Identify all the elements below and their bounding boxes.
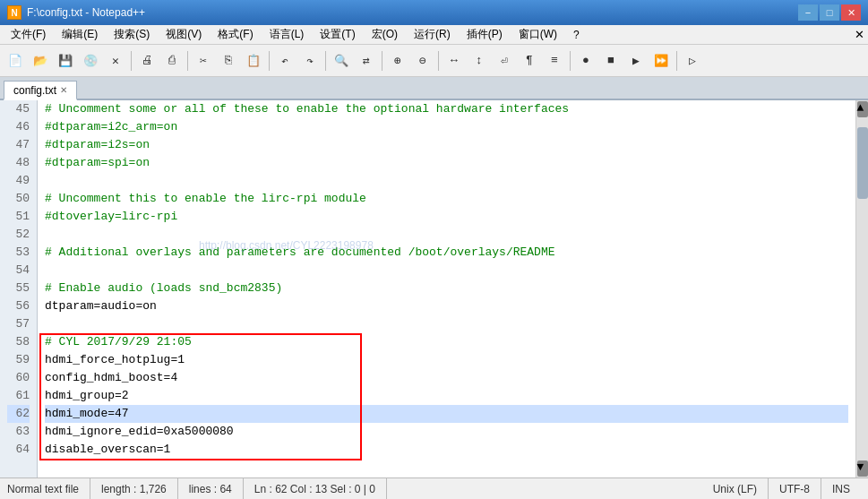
- code-line-52: [45, 226, 848, 244]
- status-lines: lines : 64: [178, 478, 244, 499]
- scrollbar-vertical[interactable]: ▲ ▼: [855, 100, 868, 477]
- menu-window[interactable]: 窗口(W): [511, 25, 564, 44]
- code-line-62: hdmi_mode=47: [45, 405, 848, 423]
- code-line-51: #dtoverlay=lirc-rpi: [45, 208, 848, 226]
- new-button[interactable]: 📄: [4, 49, 27, 73]
- sep6: [438, 51, 439, 71]
- copy-button[interactable]: ⎘: [217, 49, 240, 73]
- redo-button[interactable]: ↷: [298, 49, 322, 73]
- line-numbers: 4546474849505152535455565758596061626364: [0, 100, 38, 477]
- code-line-45: # Uncomment some or all of these to enab…: [45, 100, 848, 118]
- status-file-type: Normal text file: [7, 478, 90, 499]
- tab-config[interactable]: config.txt ✕: [4, 81, 77, 100]
- scroll-arrow-down[interactable]: ▼: [857, 460, 868, 477]
- sync-h-button[interactable]: ↔: [443, 49, 466, 73]
- menu-edit[interactable]: 编辑(E): [55, 25, 105, 44]
- code-line-60: config_hdmi_boost=4: [45, 369, 848, 387]
- macro-run-button[interactable]: ⏩: [649, 49, 673, 73]
- menu-bar: 文件(F) 编辑(E) 搜索(S) 视图(V) 格式(F) 语言(L) 设置(T…: [0, 25, 868, 45]
- toolbar: 📄 📂 💾 💿 ✕ 🖨 ⎙ ✂ ⎘ 📋 ↶ ↷ 🔍 ⇄ ⊕ ⊖ ↔ ↕ ⏎ ¶ …: [0, 45, 868, 77]
- code-line-46: #dtparam=i2c_arm=on: [45, 118, 848, 136]
- paste-button[interactable]: 📋: [242, 49, 265, 73]
- status-position: Ln : 62 Col : 13 Sel : 0 | 0: [244, 478, 387, 499]
- sep5: [382, 51, 382, 71]
- window-title: F:\config.txt - Notepad++: [27, 6, 145, 19]
- minimize-button[interactable]: −: [798, 4, 818, 21]
- sep1: [131, 51, 132, 71]
- menu-plugins[interactable]: 插件(P): [460, 25, 510, 44]
- code-line-64: disable_overscan=1: [45, 441, 848, 459]
- macro-stop-button[interactable]: ■: [599, 49, 623, 73]
- code-line-50: # Uncomment this to enable the lirc-rpi …: [45, 190, 848, 208]
- menu-run[interactable]: 运行(R): [407, 25, 458, 44]
- close-label: ✕: [855, 28, 864, 41]
- sep4: [325, 51, 326, 71]
- app-icon: N: [7, 5, 21, 20]
- sync-v-button[interactable]: ↕: [468, 49, 491, 73]
- all-chars-button[interactable]: ¶: [518, 49, 541, 73]
- code-line-58: # CYL 2017/9/29 21:05: [45, 333, 848, 351]
- code-line-59: hdmi_force_hotplug=1: [45, 351, 848, 369]
- code-line-47: #dtparam=i2s=on: [45, 136, 848, 154]
- code-line-49: [45, 172, 848, 190]
- status-encoding: UTF-8: [769, 478, 821, 499]
- menu-macro[interactable]: 宏(O): [365, 25, 405, 44]
- find-button[interactable]: 🔍: [330, 49, 353, 73]
- menu-language[interactable]: 语言(L): [262, 25, 312, 44]
- scroll-arrow-up[interactable]: ▲: [857, 101, 868, 117]
- status-bar: Normal text file length : 1,726 lines : …: [0, 477, 868, 499]
- code-line-61: hdmi_group=2: [45, 387, 848, 405]
- window-controls: − □ ✕: [798, 4, 861, 21]
- sep3: [269, 51, 270, 71]
- code-line-55: # Enable audio (loads snd_bcm2835): [45, 280, 848, 297]
- menu-view[interactable]: 视图(V): [159, 25, 209, 44]
- macro-play-button[interactable]: ▶: [624, 49, 648, 73]
- close-button[interactable]: ✕: [841, 4, 861, 21]
- tab-close-icon[interactable]: ✕: [60, 85, 67, 95]
- code-editor[interactable]: # Uncomment some or all of these to enab…: [38, 100, 855, 459]
- save-button[interactable]: 💾: [54, 49, 77, 73]
- word-wrap-button[interactable]: ⏎: [493, 49, 516, 73]
- save-all-button[interactable]: 💿: [79, 49, 102, 73]
- menu-settings[interactable]: 设置(T): [313, 25, 362, 44]
- macro-record-button[interactable]: ●: [574, 49, 597, 73]
- menu-format[interactable]: 格式(F): [211, 25, 260, 44]
- close-doc-button[interactable]: ✕: [104, 49, 127, 73]
- replace-button[interactable]: ⇄: [355, 49, 378, 73]
- tab-label: config.txt: [13, 84, 56, 97]
- title-bar-left: N F:\config.txt - Notepad++: [7, 5, 145, 20]
- print2-button[interactable]: ⎙: [160, 49, 184, 73]
- print-button[interactable]: 🖨: [135, 49, 159, 73]
- menu-file[interactable]: 文件(F): [4, 25, 53, 44]
- editor-container: 4546474849505152535455565758596061626364…: [0, 100, 868, 477]
- zoom-out-button[interactable]: ⊖: [411, 49, 434, 73]
- tab-bar: config.txt ✕: [0, 77, 868, 100]
- open-button[interactable]: 📂: [29, 49, 52, 73]
- code-line-54: [45, 262, 848, 280]
- code-line-48: #dtparam=spi=on: [45, 154, 848, 172]
- sep8: [676, 51, 677, 71]
- status-line-ending: Unix (LF): [702, 478, 769, 499]
- status-length: length : 1,726: [90, 478, 178, 499]
- menu-help[interactable]: ?: [566, 27, 587, 43]
- code-line-57: [45, 315, 848, 333]
- code-line-56: dtparam=audio=on: [45, 297, 848, 315]
- indent-guide-button[interactable]: ≡: [543, 49, 566, 73]
- sep7: [570, 51, 571, 71]
- cut-button[interactable]: ✂: [192, 49, 215, 73]
- maximize-button[interactable]: □: [820, 4, 839, 21]
- run-button[interactable]: ▷: [681, 49, 704, 73]
- code-line-53: # Additional overlays and parameters are…: [45, 244, 848, 262]
- menu-search[interactable]: 搜索(S): [107, 25, 157, 44]
- undo-button[interactable]: ↶: [273, 49, 296, 73]
- title-bar: N F:\config.txt - Notepad++ − □ ✕: [0, 0, 868, 25]
- code-line-63: hdmi_ignore_edid=0xa5000080: [45, 423, 848, 441]
- scroll-thumb[interactable]: [857, 127, 868, 199]
- sep2: [187, 51, 188, 71]
- status-insert-mode: INS: [821, 478, 861, 499]
- zoom-in-button[interactable]: ⊕: [386, 49, 409, 73]
